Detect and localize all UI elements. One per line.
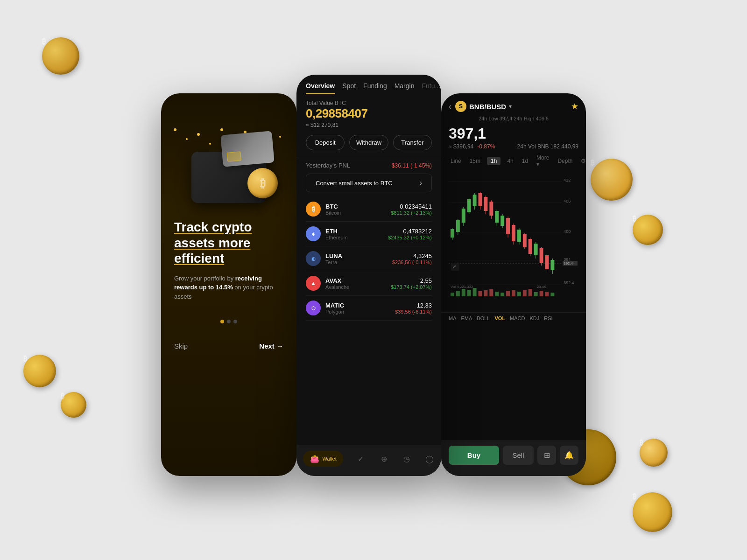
- nav-check[interactable]: ✓: [356, 454, 366, 464]
- nav-profile[interactable]: ◯: [424, 454, 435, 464]
- convert-row[interactable]: Convert small assets to BTC ›: [306, 174, 432, 192]
- alert-button[interactable]: 🔔: [560, 446, 578, 465]
- tab-funding[interactable]: Funding: [363, 82, 387, 94]
- asset-eth[interactable]: ♦ ETH Ethereum 0,4783212 $2435,32 (+0.12…: [306, 222, 432, 246]
- bottom-navigation: 👛 Wallet ✓ ⊕ ◷ ◯: [296, 445, 441, 476]
- decorative-coin-bottomleft2: [61, 392, 86, 418]
- trading-header: ‹ S BNB/BUSD ▾ ★: [441, 93, 586, 116]
- decorative-coin-topleft: [42, 37, 79, 75]
- chart-timeframe-tabs: Line 15m 1h 4h 1d More ▾ Depth ⚙: [441, 154, 586, 172]
- asset-list: ₿ BTC Bitcoin 0,02345411 $811,32 (+2.13%…: [296, 197, 441, 321]
- tab-15m[interactable]: 15m: [468, 157, 482, 165]
- tab-4h[interactable]: 4h: [505, 157, 515, 165]
- svg-text:406: 406: [564, 199, 571, 203]
- svg-rect-51: [506, 218, 510, 234]
- matic-symbol: MATIC: [325, 302, 395, 309]
- 24h-low-value: 392,4: [500, 116, 513, 121]
- btc-values: 0,02345411 $811,32 (+2.13%): [391, 203, 432, 216]
- deposit-button[interactable]: Deposit: [306, 135, 345, 150]
- luna-icon: ◐: [306, 251, 321, 266]
- eth-icon: ♦: [306, 226, 321, 241]
- ind-kdj[interactable]: KDJ: [530, 315, 540, 321]
- asset-btc[interactable]: ₿ BTC Bitcoin 0,02345411 $811,32 (+2.13%…: [306, 197, 432, 222]
- nav-clock[interactable]: ◷: [402, 454, 412, 464]
- svg-rect-35: [462, 209, 465, 223]
- asset-avax[interactable]: ▲ AVAX Avalanche 2,55 $173.74 (+2.07%): [306, 271, 432, 296]
- chart-svg: 412 406 400 394 392.4: [449, 172, 578, 312]
- tab-1d[interactable]: 1d: [520, 157, 530, 165]
- btc-icon: ₿: [306, 202, 321, 217]
- tab-1h[interactable]: 1h: [487, 157, 500, 165]
- avax-symbol: AVAX: [325, 277, 391, 284]
- decorative-coin-topright: [591, 159, 633, 201]
- svg-rect-83: [534, 292, 538, 296]
- convert-label: Convert small assets to BTC: [316, 180, 393, 187]
- transfer-button[interactable]: Transfer: [393, 135, 432, 150]
- matic-name: Polygon: [325, 309, 395, 315]
- btc-symbol: BTC: [325, 203, 391, 210]
- svg-rect-59: [529, 239, 532, 254]
- sell-button[interactable]: Sell: [503, 446, 534, 465]
- luna-usd: $236,56 (-0.11%): [392, 259, 432, 265]
- plus-nav-icon: ⊕: [379, 454, 389, 464]
- svg-rect-74: [484, 290, 487, 296]
- decorative-coin-bottomright2: [633, 492, 672, 532]
- tab-futures[interactable]: Futu...: [422, 82, 440, 94]
- tab-more[interactable]: More ▾: [535, 154, 551, 168]
- 24h-low-label: 24h Low: [479, 116, 500, 121]
- asset-luna[interactable]: ◐ LUNA Terra 4,3245 $236,56 (-0.11%): [306, 246, 432, 271]
- svg-rect-77: [500, 293, 504, 296]
- nav-plus[interactable]: ⊕: [379, 454, 389, 464]
- 24h-high-value: 406,6: [536, 116, 549, 121]
- tab-margin[interactable]: Margin: [395, 82, 415, 94]
- total-value-label: Total Value BTC: [306, 100, 432, 106]
- tab-spot[interactable]: Spot: [342, 82, 356, 94]
- tab-depth[interactable]: Depth: [556, 157, 574, 165]
- svg-rect-85: [545, 292, 549, 296]
- indicator-tabs: MA EMA BOLL VOL MACD KDJ RSI: [441, 312, 586, 324]
- ind-ema[interactable]: EMA: [461, 315, 472, 321]
- settings-icon[interactable]: ⚙: [579, 157, 586, 165]
- svg-rect-86: [550, 293, 554, 296]
- total-value-usd: ≈ $12 270,81: [306, 122, 432, 128]
- ind-rsi[interactable]: RSI: [544, 315, 552, 321]
- tab-line[interactable]: Line: [449, 157, 463, 165]
- ind-macd[interactable]: MACD: [510, 315, 525, 321]
- eth-symbol: ETH: [325, 228, 388, 235]
- dot-inactive2: [233, 320, 237, 323]
- next-button[interactable]: Next →: [259, 342, 283, 350]
- avax-name: Avalanche: [325, 284, 391, 290]
- favorite-icon[interactable]: ★: [571, 101, 578, 112]
- dot-inactive: [227, 320, 231, 323]
- luna-values: 4,3245 $236,56 (-0.11%): [392, 252, 432, 265]
- nav-wallet[interactable]: 👛 Wallet: [303, 451, 343, 467]
- svg-rect-65: [545, 255, 549, 269]
- svg-rect-67: [550, 260, 554, 270]
- calculator-button[interactable]: ⊞: [537, 446, 556, 465]
- eth-name: Ethereum: [325, 235, 388, 240]
- pair-dropdown-icon[interactable]: ▾: [509, 103, 512, 110]
- buy-button[interactable]: Buy: [449, 446, 499, 465]
- ind-boll[interactable]: BOLL: [477, 315, 490, 321]
- ind-ma[interactable]: MA: [449, 315, 457, 321]
- tab-overview[interactable]: Overview: [306, 82, 335, 94]
- svg-rect-78: [506, 291, 510, 296]
- svg-rect-57: [523, 234, 527, 247]
- withdraw-button[interactable]: Withdraw: [349, 135, 388, 150]
- svg-rect-61: [534, 244, 538, 255]
- ind-vol[interactable]: VOL: [494, 315, 505, 321]
- matic-values: 12,33 $39,56 (-6.11%): [395, 302, 432, 315]
- eth-usd: $2435,32 (+0.12%): [388, 235, 432, 240]
- luna-amount: 4,3245: [392, 252, 432, 259]
- svg-rect-84: [540, 291, 543, 296]
- svg-rect-43: [484, 197, 487, 211]
- pnl-label: Yesterday's PNL: [306, 162, 350, 169]
- asset-matic[interactable]: ⬡ MATIC Polygon 12,33 $39,56 (-6.11%): [306, 296, 432, 321]
- dot-active: [220, 320, 224, 323]
- svg-rect-63: [540, 248, 543, 263]
- onboarding-nav: Skip Next →: [161, 342, 296, 350]
- back-button[interactable]: ‹: [449, 102, 451, 112]
- skip-button[interactable]: Skip: [174, 342, 188, 350]
- price-approx: ≈ $396,94: [449, 143, 473, 150]
- price-change: -0.87%: [477, 143, 495, 150]
